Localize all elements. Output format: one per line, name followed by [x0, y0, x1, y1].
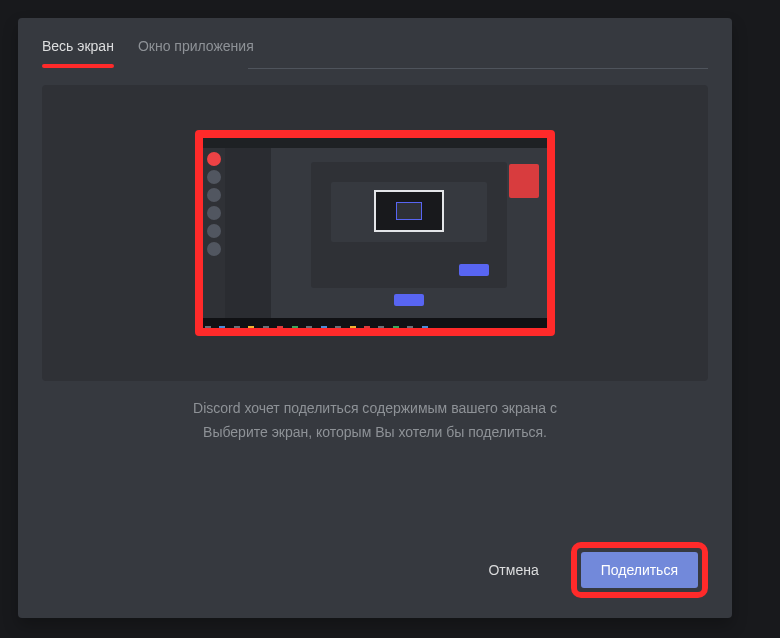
- modal-content: Discord хочет поделиться содержимым ваше…: [18, 69, 732, 522]
- tab-application-window[interactable]: Окно приложения: [138, 38, 254, 68]
- thumb-taskbar-icon: [248, 326, 254, 328]
- thumb-titlebar: [203, 138, 547, 148]
- thumb-right-panel: [509, 164, 539, 198]
- thumb-taskbar-icon: [292, 326, 298, 328]
- thumb-taskbar-icon: [364, 326, 370, 328]
- screen-thumbnail[interactable]: [203, 138, 547, 328]
- description-line-2: Выберите экран, которым Вы хотели бы под…: [82, 421, 668, 445]
- thumb-taskbar-icon: [378, 326, 384, 328]
- tab-entire-screen-label: Весь экран: [42, 38, 114, 54]
- thumb-server-icon: [207, 206, 221, 220]
- thumb-taskbar-icon: [306, 326, 312, 328]
- tab-application-window-label: Окно приложения: [138, 38, 254, 54]
- thumb-bottom-button: [394, 294, 424, 306]
- screen-thumbnail-highlight: [195, 130, 555, 336]
- thumb-taskbar-icon: [407, 326, 413, 328]
- screen-share-modal: Весь экран Окно приложения: [18, 18, 732, 618]
- thumb-server-icon: [207, 152, 221, 166]
- thumb-server-icon: [207, 224, 221, 238]
- thumb-server-icon: [207, 242, 221, 256]
- thumb-server-icon: [207, 188, 221, 202]
- thumb-taskbar-icon: [350, 326, 356, 328]
- thumb-taskbar-icon: [277, 326, 283, 328]
- modal-footer: Отмена Поделиться: [18, 522, 732, 618]
- share-button[interactable]: Поделиться: [581, 552, 698, 588]
- share-description: Discord хочет поделиться содержимым ваше…: [42, 381, 708, 445]
- thumb-inner-share: [459, 264, 489, 276]
- thumb-taskbar-icon: [205, 326, 211, 328]
- share-button-highlight: Поделиться: [571, 542, 708, 598]
- thumb-inner-cancel: [429, 264, 453, 276]
- tab-entire-screen[interactable]: Весь экран: [42, 38, 114, 68]
- thumb-taskbar-icon: [219, 326, 225, 328]
- thumb-taskbar: [203, 318, 547, 328]
- screen-preview-box[interactable]: [42, 85, 708, 381]
- thumb-server-sidebar: [203, 148, 225, 318]
- tabs-row: Весь экран Окно приложения: [18, 18, 732, 68]
- active-tab-highlight: [42, 64, 114, 68]
- thumb-taskbar-icon: [422, 326, 428, 328]
- thumb-taskbar-icon: [321, 326, 327, 328]
- thumb-inner-screenshot: [374, 190, 444, 232]
- thumb-taskbar-icon: [234, 326, 240, 328]
- cancel-button[interactable]: Отмена: [468, 552, 558, 588]
- thumb-inner-modal-body: [331, 182, 487, 242]
- description-line-1: Discord хочет поделиться содержимым ваше…: [82, 397, 668, 421]
- thumb-taskbar-icon: [393, 326, 399, 328]
- thumb-channel-list: [225, 148, 271, 318]
- thumb-taskbar-icon: [335, 326, 341, 328]
- thumb-taskbar-icon: [263, 326, 269, 328]
- thumb-server-icon: [207, 170, 221, 184]
- thumb-inner-modal: [311, 162, 507, 288]
- thumb-main-area: [271, 148, 547, 318]
